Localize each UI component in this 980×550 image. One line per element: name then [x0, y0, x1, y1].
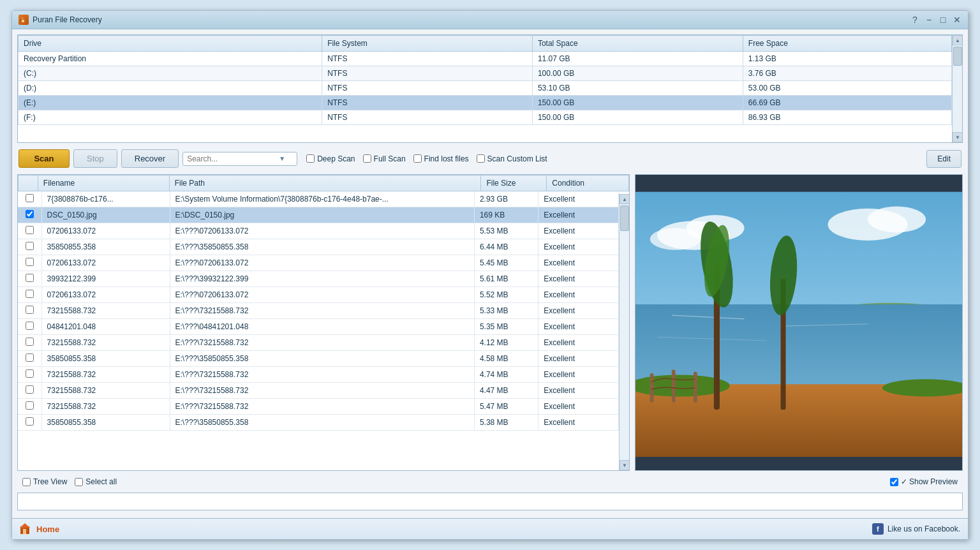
file-table-row[interactable]: 73215588.732 E:\???\73215588.732 4.12 MB…	[18, 335, 619, 351]
filesize-cell: 4.12 MB	[474, 335, 538, 351]
file-checkbox-cell[interactable]	[18, 303, 41, 319]
file-checkbox[interactable]	[26, 306, 34, 314]
help-button[interactable]: ?	[910, 15, 919, 24]
file-checkbox-cell[interactable]	[18, 335, 41, 351]
edit-button[interactable]: Edit	[926, 150, 961, 168]
file-checkbox-cell[interactable]	[18, 239, 41, 255]
scroll-thumb[interactable]	[953, 47, 962, 66]
file-table-row[interactable]: 73215588.732 E:\???\73215588.732 4.74 MB…	[18, 367, 619, 383]
file-checkbox[interactable]	[26, 417, 34, 426]
file-scroll-thumb[interactable]	[620, 205, 629, 231]
filepath-cell: E:\???\07206133.072	[170, 223, 474, 239]
file-checkbox[interactable]	[26, 290, 34, 298]
file-table-row[interactable]: 07206133.072 E:\???\07206133.072 5.52 MB…	[18, 287, 619, 303]
file-table-row[interactable]: 73215588.732 E:\???\73215588.732 4.47 MB…	[18, 383, 619, 399]
scan-custom-checkbox[interactable]	[477, 154, 485, 163]
checkbox-col-header	[19, 175, 38, 191]
file-checkbox[interactable]	[26, 194, 34, 202]
select-all-checkbox[interactable]	[75, 478, 83, 486]
show-preview-label[interactable]: ✓ Show Preview	[890, 477, 958, 486]
drive-cell: Recovery Partition	[19, 52, 322, 66]
file-checkbox-cell[interactable]	[18, 287, 41, 303]
free-cell: 86.93 GB	[743, 110, 951, 125]
file-checkbox-cell[interactable]	[18, 367, 41, 383]
filepath-col-header: File Path	[169, 175, 481, 191]
deep-scan-label[interactable]: Deep Scan	[306, 154, 355, 163]
file-checkbox[interactable]	[26, 385, 34, 394]
file-checkbox[interactable]	[26, 338, 34, 346]
file-table-row[interactable]: 39932122.399 E:\???\39932122.399 5.61 MB…	[18, 271, 619, 287]
file-checkbox[interactable]	[26, 274, 34, 282]
file-table-row[interactable]: 35850855.358 E:\???\35850855.358 4.58 MB…	[18, 351, 619, 367]
drive-table-row[interactable]: (D:) NTFS 53.10 GB 53.00 GB	[19, 81, 952, 96]
find-lost-checkbox[interactable]	[413, 154, 422, 163]
select-all-label[interactable]: Select all	[75, 477, 117, 486]
deep-scan-checkbox[interactable]	[306, 154, 315, 163]
show-preview-checkbox[interactable]	[890, 478, 898, 486]
tree-view-label[interactable]: Tree View	[22, 477, 67, 486]
file-checkbox-cell[interactable]	[18, 255, 41, 271]
close-button[interactable]: ✕	[953, 15, 961, 24]
find-lost-label[interactable]: Find lost files	[413, 154, 469, 163]
status-bar	[17, 493, 963, 510]
full-scan-label[interactable]: Full Scan	[363, 154, 406, 163]
file-checkbox[interactable]	[26, 401, 34, 410]
condition-cell: Excellent	[538, 383, 619, 399]
total-cell: 11.07 GB	[532, 52, 743, 66]
file-checkbox[interactable]	[26, 322, 34, 330]
file-checkbox-cell[interactable]	[18, 207, 41, 223]
file-checkbox[interactable]	[26, 369, 34, 378]
filepath-cell: E:\???\35850855.358	[170, 239, 474, 255]
tree-view-checkbox[interactable]	[22, 478, 31, 486]
file-table-row[interactable]: 73215588.732 E:\???\73215588.732 5.33 MB…	[18, 303, 619, 319]
filename-cell: 35850855.358	[41, 351, 170, 367]
file-table-row[interactable]: 07206133.072 E:\???\07206133.072 5.53 MB…	[18, 223, 619, 239]
svg-rect-27	[23, 529, 26, 534]
file-checkbox-cell[interactable]	[18, 223, 41, 239]
file-table-row[interactable]: 35850855.358 E:\???\35850855.358 5.38 MB…	[18, 415, 619, 431]
file-checkbox-cell[interactable]	[18, 191, 41, 207]
preview-image	[635, 175, 962, 470]
total-cell: 100.00 GB	[532, 66, 743, 81]
scroll-down-arrow[interactable]: ▼	[953, 132, 963, 142]
minimize-button[interactable]: −	[924, 15, 933, 24]
home-link[interactable]: Home	[20, 523, 59, 535]
file-scroll-down[interactable]: ▼	[620, 460, 630, 470]
file-checkbox-cell[interactable]	[18, 271, 41, 287]
drive-table-row[interactable]: (C:) NTFS 100.00 GB 3.76 GB	[19, 66, 952, 81]
file-checkbox[interactable]	[26, 258, 34, 266]
scan-custom-label[interactable]: Scan Custom List	[477, 154, 547, 163]
filename-cell: 07206133.072	[41, 223, 170, 239]
facebook-link[interactable]: f Like us on Facebook.	[872, 523, 960, 535]
filesize-cell: 5.47 MB	[474, 399, 538, 415]
file-table-row[interactable]: 07206133.072 E:\???\07206133.072 5.45 MB…	[18, 255, 619, 271]
stop-button[interactable]: Stop	[73, 149, 117, 168]
restore-button[interactable]: □	[939, 15, 947, 24]
drive-table-row[interactable]: Recovery Partition NTFS 11.07 GB 1.13 GB	[19, 52, 952, 66]
scroll-up-arrow[interactable]: ▲	[953, 35, 963, 45]
file-checkbox[interactable]	[26, 353, 34, 362]
scroll-track	[953, 45, 962, 132]
file-scroll-up[interactable]: ▲	[620, 194, 630, 204]
file-checkbox[interactable]	[26, 242, 34, 250]
search-dropdown-arrow[interactable]: ▼	[279, 155, 285, 162]
file-table-row[interactable]: DSC_0150.jpg E:\DSC_0150.jpg 169 KB Exce…	[18, 207, 619, 223]
file-checkbox[interactable]	[26, 210, 34, 218]
drive-table-row[interactable]: (F:) NTFS 150.00 GB 86.93 GB	[19, 110, 952, 125]
file-checkbox-cell[interactable]	[18, 399, 41, 415]
file-table-row[interactable]: 04841201.048 E:\???\04841201.048 5.35 MB…	[18, 319, 619, 335]
recover-button[interactable]: Recover	[121, 149, 179, 168]
filesize-cell: 6.44 MB	[474, 239, 538, 255]
file-checkbox-cell[interactable]	[18, 415, 41, 431]
scan-button[interactable]: Scan	[19, 149, 70, 168]
file-table-row[interactable]: 73215588.732 E:\???\73215588.732 5.47 MB…	[18, 399, 619, 415]
file-checkbox-cell[interactable]	[18, 383, 41, 399]
file-table-row[interactable]: 7{3808876b-c176... E:\System Volume Info…	[18, 191, 619, 207]
file-checkbox-cell[interactable]	[18, 351, 41, 367]
full-scan-checkbox[interactable]	[363, 154, 371, 163]
file-checkbox-cell[interactable]	[18, 319, 41, 335]
drive-table-row[interactable]: (E:) NTFS 150.00 GB 66.69 GB	[19, 96, 952, 110]
search-input[interactable]	[187, 154, 276, 163]
file-checkbox[interactable]	[26, 226, 34, 234]
file-table-row[interactable]: 35850855.358 E:\???\35850855.358 6.44 MB…	[18, 239, 619, 255]
